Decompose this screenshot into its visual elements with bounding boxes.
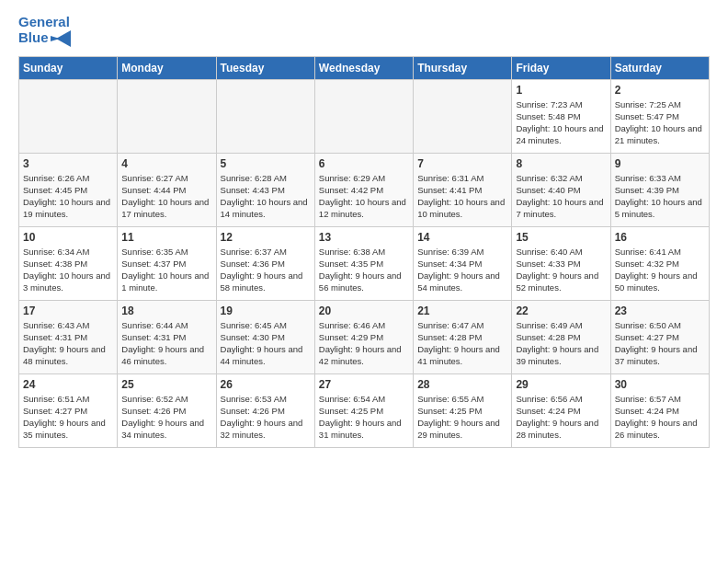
day-cell: 29Sunrise: 6:56 AM Sunset: 4:24 PM Dayli… (512, 373, 610, 447)
day-cell: 19Sunrise: 6:45 AM Sunset: 4:30 PM Dayli… (216, 300, 314, 373)
header-row: SundayMondayTuesdayWednesdayThursdayFrid… (19, 56, 710, 79)
day-cell: 17Sunrise: 6:43 AM Sunset: 4:31 PM Dayli… (19, 300, 118, 373)
day-cell: 28Sunrise: 6:55 AM Sunset: 4:25 PM Dayli… (414, 373, 512, 447)
day-number: 16 (615, 231, 705, 244)
day-info: Sunrise: 6:37 AM Sunset: 4:36 PM Dayligh… (221, 246, 311, 294)
day-info: Sunrise: 6:29 AM Sunset: 4:42 PM Dayligh… (319, 172, 409, 221)
day-info: Sunrise: 6:46 AM Sunset: 4:29 PM Dayligh… (319, 319, 409, 368)
day-cell: 1Sunrise: 7:23 AM Sunset: 5:48 PM Daylig… (512, 79, 610, 153)
logo: General Blue (18, 15, 71, 47)
day-cell (216, 79, 314, 153)
day-number: 3 (23, 157, 113, 170)
day-number: 10 (23, 231, 113, 244)
day-info: Sunrise: 6:35 AM Sunset: 4:37 PM Dayligh… (121, 246, 211, 294)
day-info: Sunrise: 6:43 AM Sunset: 4:31 PM Dayligh… (23, 319, 113, 368)
day-number: 15 (516, 231, 606, 244)
day-info: Sunrise: 6:44 AM Sunset: 4:31 PM Dayligh… (121, 319, 211, 368)
day-info: Sunrise: 6:49 AM Sunset: 4:28 PM Dayligh… (516, 319, 606, 368)
day-info: Sunrise: 6:53 AM Sunset: 4:26 PM Dayligh… (221, 393, 311, 442)
day-info: Sunrise: 6:45 AM Sunset: 4:30 PM Dayligh… (221, 319, 311, 368)
col-header-saturday: Saturday (610, 56, 709, 79)
day-info: Sunrise: 6:39 AM Sunset: 4:34 PM Dayligh… (417, 246, 507, 294)
day-number: 22 (516, 304, 606, 317)
day-cell (414, 79, 512, 153)
day-number: 26 (221, 378, 311, 391)
day-cell: 16Sunrise: 6:41 AM Sunset: 4:32 PM Dayli… (610, 226, 709, 300)
day-number: 25 (121, 378, 211, 391)
day-info: Sunrise: 6:55 AM Sunset: 4:25 PM Dayligh… (417, 393, 507, 442)
day-cell: 2Sunrise: 7:25 AM Sunset: 5:47 PM Daylig… (610, 79, 709, 153)
day-number: 18 (121, 304, 211, 317)
day-cell: 25Sunrise: 6:52 AM Sunset: 4:26 PM Dayli… (118, 373, 216, 447)
week-row-4: 17Sunrise: 6:43 AM Sunset: 4:31 PM Dayli… (19, 300, 710, 373)
day-cell: 8Sunrise: 6:32 AM Sunset: 4:40 PM Daylig… (512, 153, 610, 226)
week-row-1: 1Sunrise: 7:23 AM Sunset: 5:48 PM Daylig… (19, 79, 710, 153)
day-cell: 22Sunrise: 6:49 AM Sunset: 4:28 PM Dayli… (512, 300, 610, 373)
col-header-wednesday: Wednesday (314, 56, 413, 79)
day-number: 19 (221, 304, 311, 317)
day-info: Sunrise: 6:31 AM Sunset: 4:41 PM Dayligh… (417, 172, 507, 221)
day-info: Sunrise: 6:57 AM Sunset: 4:24 PM Dayligh… (615, 393, 705, 442)
day-cell: 14Sunrise: 6:39 AM Sunset: 4:34 PM Dayli… (414, 226, 512, 300)
day-cell: 30Sunrise: 6:57 AM Sunset: 4:24 PM Dayli… (610, 373, 709, 447)
day-info: Sunrise: 6:27 AM Sunset: 4:44 PM Dayligh… (121, 172, 211, 221)
day-number: 29 (516, 378, 606, 391)
day-number: 13 (319, 231, 409, 244)
day-cell: 9Sunrise: 6:33 AM Sunset: 4:39 PM Daylig… (610, 153, 709, 226)
svg-marker-1 (51, 36, 60, 41)
page-header: General Blue (18, 15, 710, 47)
col-header-sunday: Sunday (19, 56, 118, 79)
day-cell: 18Sunrise: 6:44 AM Sunset: 4:31 PM Dayli… (118, 300, 216, 373)
day-number: 24 (23, 378, 113, 391)
day-cell: 27Sunrise: 6:54 AM Sunset: 4:25 PM Dayli… (314, 373, 413, 447)
day-cell: 5Sunrise: 6:28 AM Sunset: 4:43 PM Daylig… (216, 153, 314, 226)
day-cell: 12Sunrise: 6:37 AM Sunset: 4:36 PM Dayli… (216, 226, 314, 300)
day-info: Sunrise: 6:40 AM Sunset: 4:33 PM Dayligh… (516, 246, 606, 294)
day-info: Sunrise: 6:33 AM Sunset: 4:39 PM Dayligh… (615, 172, 705, 221)
day-number: 2 (615, 84, 705, 97)
week-row-5: 24Sunrise: 6:51 AM Sunset: 4:27 PM Dayli… (19, 373, 710, 447)
day-cell: 24Sunrise: 6:51 AM Sunset: 4:27 PM Dayli… (19, 373, 118, 447)
day-number: 9 (615, 157, 705, 170)
day-info: Sunrise: 6:47 AM Sunset: 4:28 PM Dayligh… (417, 319, 507, 368)
day-info: Sunrise: 6:38 AM Sunset: 4:35 PM Dayligh… (319, 246, 409, 294)
day-info: Sunrise: 6:26 AM Sunset: 4:45 PM Dayligh… (23, 172, 113, 221)
calendar-table: SundayMondayTuesdayWednesdayThursdayFrid… (18, 56, 710, 448)
day-cell: 4Sunrise: 6:27 AM Sunset: 4:44 PM Daylig… (118, 153, 216, 226)
day-cell: 10Sunrise: 6:34 AM Sunset: 4:38 PM Dayli… (19, 226, 118, 300)
day-cell (118, 79, 216, 153)
day-cell (19, 79, 118, 153)
day-cell: 21Sunrise: 6:47 AM Sunset: 4:28 PM Dayli… (414, 300, 512, 373)
day-number: 8 (516, 157, 606, 170)
day-info: Sunrise: 6:54 AM Sunset: 4:25 PM Dayligh… (319, 393, 409, 442)
day-number: 14 (417, 231, 507, 244)
day-number: 27 (319, 378, 409, 391)
day-cell: 20Sunrise: 6:46 AM Sunset: 4:29 PM Dayli… (314, 300, 413, 373)
day-info: Sunrise: 7:25 AM Sunset: 5:47 PM Dayligh… (615, 98, 705, 147)
day-cell: 13Sunrise: 6:38 AM Sunset: 4:35 PM Dayli… (314, 226, 413, 300)
day-info: Sunrise: 6:52 AM Sunset: 4:26 PM Dayligh… (121, 393, 211, 442)
day-cell: 7Sunrise: 6:31 AM Sunset: 4:41 PM Daylig… (414, 153, 512, 226)
day-number: 12 (221, 231, 311, 244)
week-row-2: 3Sunrise: 6:26 AM Sunset: 4:45 PM Daylig… (19, 153, 710, 226)
day-number: 11 (121, 231, 211, 244)
col-header-tuesday: Tuesday (216, 56, 314, 79)
day-number: 6 (319, 157, 409, 170)
day-number: 1 (516, 84, 606, 97)
col-header-friday: Friday (512, 56, 610, 79)
day-number: 21 (417, 304, 507, 317)
day-info: Sunrise: 6:50 AM Sunset: 4:27 PM Dayligh… (615, 319, 705, 368)
day-info: Sunrise: 7:23 AM Sunset: 5:48 PM Dayligh… (516, 98, 606, 147)
logo-bird-icon (51, 30, 71, 47)
day-info: Sunrise: 6:56 AM Sunset: 4:24 PM Dayligh… (516, 393, 606, 442)
col-header-thursday: Thursday (414, 56, 512, 79)
day-cell: 15Sunrise: 6:40 AM Sunset: 4:33 PM Dayli… (512, 226, 610, 300)
day-cell: 11Sunrise: 6:35 AM Sunset: 4:37 PM Dayli… (118, 226, 216, 300)
day-number: 7 (417, 157, 507, 170)
day-cell (314, 79, 413, 153)
day-number: 4 (121, 157, 211, 170)
day-info: Sunrise: 6:28 AM Sunset: 4:43 PM Dayligh… (221, 172, 311, 221)
day-info: Sunrise: 6:41 AM Sunset: 4:32 PM Dayligh… (615, 246, 705, 294)
day-info: Sunrise: 6:51 AM Sunset: 4:27 PM Dayligh… (23, 393, 113, 442)
day-number: 30 (615, 378, 705, 391)
